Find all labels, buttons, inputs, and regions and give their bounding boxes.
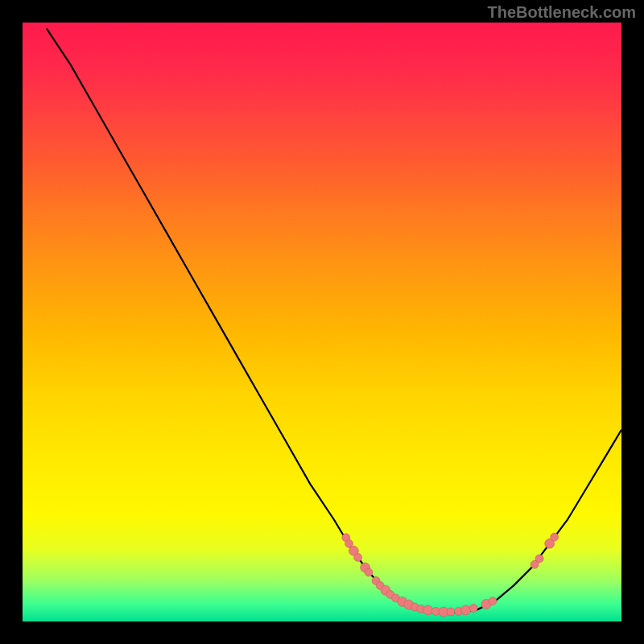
curve-layer [23, 23, 621, 621]
data-point [551, 533, 559, 541]
data-point [461, 605, 471, 615]
data-point [423, 605, 433, 615]
data-point [365, 568, 373, 576]
chart-container: TheBottleneck.com [0, 0, 644, 644]
data-point [535, 555, 543, 563]
data-point [354, 553, 362, 561]
data-point [469, 605, 477, 613]
watermark-text: TheBottleneck.com [488, 3, 636, 22]
data-point [447, 608, 455, 616]
data-point [489, 597, 497, 605]
data-points [342, 533, 559, 617]
plot-area [23, 23, 621, 621]
bottleneck-curve [47, 28, 621, 612]
